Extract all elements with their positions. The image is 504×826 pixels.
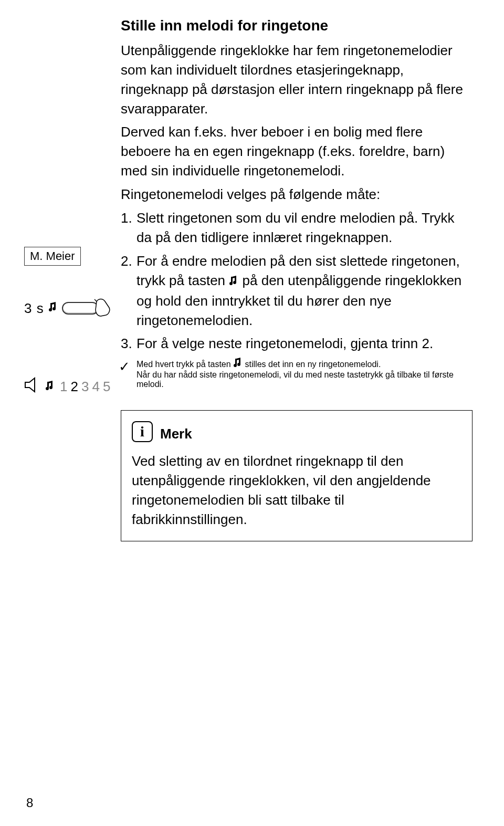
note-box: i Merk Ved sletting av en tilordnet ring… bbox=[121, 410, 472, 541]
melody-sequence-illustration: 12345 bbox=[24, 377, 116, 396]
press-finger-icon bbox=[103, 297, 111, 319]
step-1: 1. Slett ringetonen som du vil endre mel… bbox=[121, 208, 472, 247]
intro-paragraph-1: Utenpåliggende ringeklokke har fem ringe… bbox=[121, 41, 472, 119]
nameplate-label: M. Meier bbox=[24, 247, 81, 266]
result-paragraph: ✓ Med hvert trykk på tasten stilles det … bbox=[121, 358, 472, 389]
check-text-b: stilles det inn en ny ringetonemelodi. bbox=[243, 360, 381, 369]
melody-step-active: 2 bbox=[70, 379, 81, 394]
left-column: M. Meier 3 s 12345 bbox=[24, 247, 116, 396]
step-2: 2. For å endre melodien på den sist slet… bbox=[121, 252, 472, 330]
page-number: 8 bbox=[26, 796, 33, 810]
info-icon: i bbox=[132, 421, 153, 442]
music-note-icon bbox=[233, 358, 243, 370]
step-number: 1. bbox=[121, 208, 132, 228]
melody-step: 5 bbox=[103, 379, 113, 394]
press-illustration: 3 s bbox=[24, 297, 116, 319]
manual-page: Stille inn melodi for ringetone Utenpåli… bbox=[0, 0, 504, 826]
main-column: Stille inn melodi for ringetone Utenpåli… bbox=[121, 16, 472, 541]
step-3-text: For å velge neste ringetonemelodi, gjent… bbox=[136, 336, 433, 351]
intro-paragraph-2: Derved kan f.eks. hver beboer i en bolig… bbox=[121, 122, 472, 181]
step-3: 3. For å velge neste ringetonemelodi, gj… bbox=[121, 334, 472, 353]
note-title: Merk bbox=[160, 426, 192, 442]
press-duration: 3 s bbox=[24, 300, 44, 317]
music-note-icon bbox=[45, 379, 55, 395]
steps-list: 1. Slett ringetonen som du vil endre mel… bbox=[121, 208, 472, 353]
music-note-icon bbox=[48, 302, 58, 315]
speaker-icon bbox=[24, 377, 40, 396]
music-note-icon bbox=[229, 272, 238, 291]
melody-step: 1 bbox=[60, 379, 70, 394]
intro-paragraph-3: Ringetonemelodi velges på følgende måte: bbox=[121, 185, 472, 204]
step-number: 3. bbox=[121, 334, 132, 353]
checkmark-icon: ✓ bbox=[119, 359, 130, 375]
melody-step: 3 bbox=[81, 379, 92, 394]
melody-step: 4 bbox=[92, 379, 102, 394]
step-1-text: Slett ringetonen som du vil endre melodi… bbox=[136, 210, 455, 245]
step-number: 2. bbox=[121, 252, 132, 271]
melody-sequence: 12345 bbox=[60, 379, 113, 395]
svg-marker-0 bbox=[25, 378, 35, 392]
check-text-a: Med hvert trykk på tasten bbox=[136, 360, 233, 369]
note-body: Ved sletting av en tilordnet ringeknapp … bbox=[132, 452, 461, 529]
check-text-c: Når du har nådd siste ringetonemelodi, v… bbox=[136, 370, 454, 389]
note-header: i Merk bbox=[132, 421, 461, 442]
section-title: Stille inn melodi for ringetone bbox=[121, 16, 472, 36]
